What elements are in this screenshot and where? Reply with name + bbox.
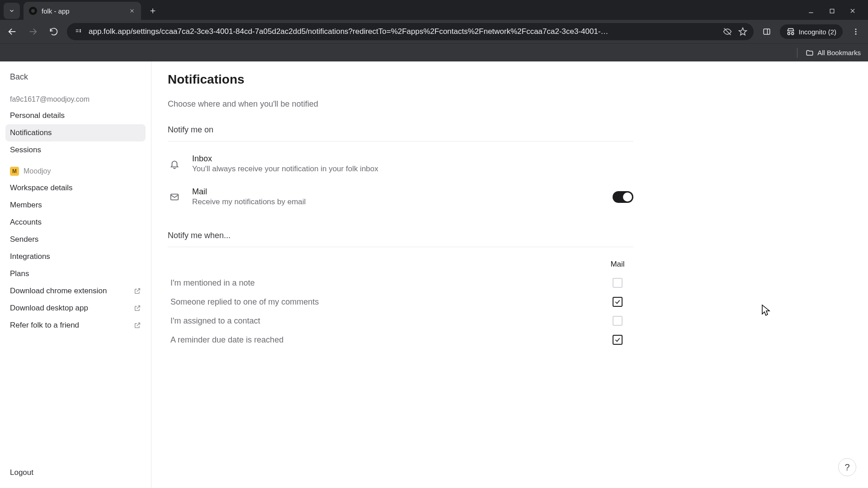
svg-rect-6 <box>830 9 834 13</box>
section-divider <box>168 141 633 141</box>
tab-title: folk - app <box>42 7 124 15</box>
sidebar-item-sessions[interactable]: Sessions <box>5 141 146 159</box>
external-link-icon <box>134 287 141 295</box>
tab-close-icon[interactable] <box>128 7 136 14</box>
checkbox-reminder-mail[interactable] <box>613 335 623 345</box>
sidebar-item-personal-details[interactable]: Personal details <box>5 107 146 124</box>
site-info-icon[interactable] <box>73 27 83 37</box>
page-title: Notifications <box>168 72 852 87</box>
checkbox-assigned-mail[interactable] <box>613 316 623 326</box>
channel-inbox-row: Inbox You'll always receive your notific… <box>168 150 633 183</box>
when-row-assigned: I'm assigned to a contact <box>168 311 633 330</box>
nav-forward-button[interactable] <box>25 24 41 39</box>
section-notify-on: Notify me on <box>168 125 633 135</box>
help-button[interactable]: ? <box>838 458 856 476</box>
channel-mail-desc: Receive my notifications by email <box>192 197 306 206</box>
incognito-label: Incognito (2) <box>799 28 836 36</box>
when-row-reminder: A reminder due date is reached <box>168 330 633 349</box>
sidebar-item-plans[interactable]: Plans <box>5 265 146 282</box>
sidebar-item-accounts[interactable]: Accounts <box>5 214 146 231</box>
eye-off-icon[interactable] <box>723 27 732 36</box>
channel-mail-title: Mail <box>192 187 306 197</box>
section-divider <box>168 247 633 247</box>
settings-content: Notifications Choose where and when you'… <box>151 61 868 488</box>
svg-point-19 <box>855 28 857 30</box>
url-text: app.folk.app/settings/ccaa7ca2-3ce3-4001… <box>89 27 717 36</box>
svg-rect-17 <box>764 29 770 34</box>
sidebar-item-members[interactable]: Members <box>5 197 146 214</box>
account-email-label: fa9c1617@moodjoy.com <box>5 92 146 107</box>
external-link-icon <box>134 305 141 312</box>
nav-back-button[interactable] <box>5 24 20 39</box>
checkbox-replied-mail[interactable] <box>613 297 623 307</box>
svg-point-21 <box>855 33 857 35</box>
settings-sidebar: Back fa9c1617@moodjoy.com Personal detai… <box>0 61 151 488</box>
browser-tab[interactable]: folk - app <box>24 2 141 20</box>
nav-reload-button[interactable] <box>46 24 61 39</box>
workspace-avatar: M <box>10 167 19 176</box>
bell-icon <box>168 159 181 169</box>
bookmarks-separator <box>797 48 797 58</box>
when-column-mail: Mail <box>604 260 631 269</box>
sidebar-item-notifications[interactable]: Notifications <box>5 124 146 141</box>
svg-marker-16 <box>739 28 746 35</box>
channel-mail-row: Mail Receive my notifications by email <box>168 183 633 216</box>
incognito-badge[interactable]: Incognito (2) <box>780 24 843 39</box>
page-subtitle: Choose where and when you'll be notified <box>168 99 633 109</box>
svg-point-14 <box>80 31 81 32</box>
all-bookmarks-label: All Bookmarks <box>817 49 861 56</box>
address-bar[interactable]: app.folk.app/settings/ccaa7ca2-3ce3-4001… <box>67 23 754 40</box>
when-row-replied: Someone replied to one of my comments <box>168 292 633 311</box>
bookmark-star-icon[interactable] <box>738 27 747 36</box>
workspace-label[interactable]: M Moodjoy <box>5 159 146 179</box>
sidebar-item-desktop-app[interactable]: Download desktop app <box>5 300 146 317</box>
channel-inbox-desc: You'll always receive your notification … <box>192 164 378 174</box>
svg-point-0 <box>31 9 35 13</box>
window-close-icon[interactable] <box>848 6 857 15</box>
cursor-icon <box>761 304 772 317</box>
checkbox-mentioned-mail[interactable] <box>613 278 623 288</box>
external-link-icon <box>134 322 141 329</box>
logout-link[interactable]: Logout <box>5 464 146 482</box>
window-maximize-icon[interactable] <box>827 6 836 15</box>
workspace-name: Moodjoy <box>24 167 51 175</box>
sidebar-item-chrome-extension[interactable]: Download chrome extension <box>5 282 146 300</box>
browser-menu-icon[interactable] <box>848 24 863 39</box>
window-minimize-icon[interactable] <box>807 6 816 15</box>
svg-point-20 <box>855 31 857 33</box>
back-link[interactable]: Back <box>5 68 146 92</box>
mail-toggle[interactable] <box>613 191 633 203</box>
section-notify-when: Notify me when... <box>168 231 633 240</box>
new-tab-button[interactable] <box>146 4 160 18</box>
sidebar-item-senders[interactable]: Senders <box>5 231 146 248</box>
channel-inbox-title: Inbox <box>192 154 378 164</box>
side-panel-icon[interactable] <box>759 24 774 39</box>
tab-favicon <box>29 7 37 15</box>
svg-point-13 <box>80 29 81 30</box>
when-row-mentioned: I'm mentioned in a note <box>168 273 633 292</box>
mail-icon <box>168 192 181 202</box>
sidebar-item-workspace-details[interactable]: Workspace details <box>5 179 146 197</box>
sidebar-item-refer-friend[interactable]: Refer folk to a friend <box>5 317 146 334</box>
tab-search-button[interactable] <box>4 3 20 19</box>
all-bookmarks-button[interactable]: All Bookmarks <box>806 49 861 57</box>
sidebar-item-integrations[interactable]: Integrations <box>5 248 146 265</box>
